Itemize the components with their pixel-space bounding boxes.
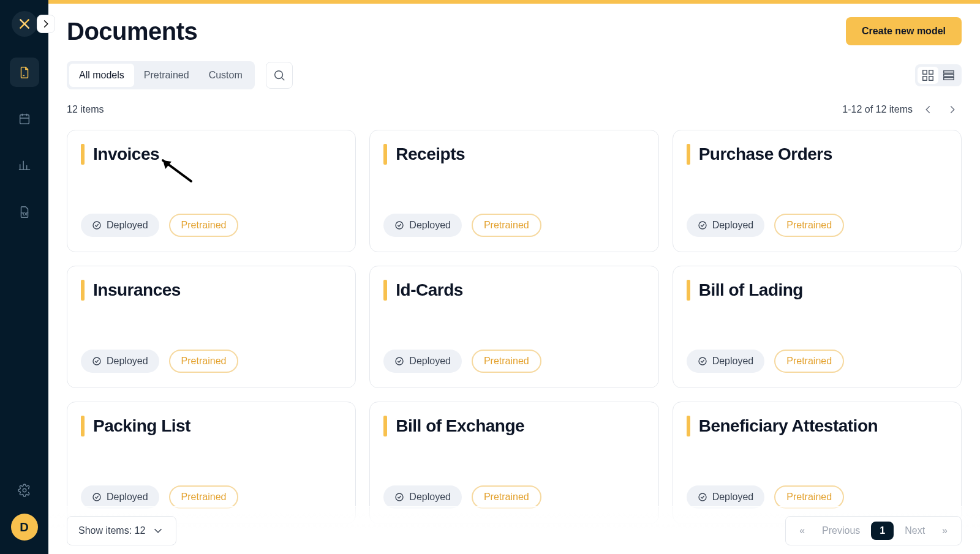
filter-tab-pretrained[interactable]: Pretrained [134, 64, 199, 87]
model-card[interactable]: Packing ListDeployedPretrained [67, 402, 356, 524]
check-circle-icon [92, 220, 102, 230]
card-title: Receipts [396, 144, 465, 164]
grid-icon [921, 69, 935, 82]
filter-tab-custom[interactable]: Custom [199, 64, 252, 87]
card-accent-bar [687, 280, 690, 301]
svg-rect-0 [20, 115, 29, 124]
badge-deployed: Deployed [687, 214, 765, 237]
page-next-button[interactable]: Next [899, 522, 931, 540]
svg-point-13 [699, 222, 706, 229]
model-card[interactable]: Bill of LadingDeployedPretrained [673, 266, 962, 388]
badge-pretrained: Pretrained [472, 485, 541, 509]
page-prev-button[interactable]: Previous [816, 522, 866, 540]
nav-settings[interactable] [10, 476, 39, 505]
filter-tabs: All models Pretrained Custom [67, 61, 255, 89]
card-header: Bill of Lading [687, 280, 948, 301]
badge-pretrained: Pretrained [169, 350, 239, 373]
svg-rect-9 [944, 74, 954, 77]
main-content: Documents Create new model All models Pr… [48, 4, 980, 554]
page-number-current[interactable]: 1 [871, 522, 894, 540]
filter-tab-all[interactable]: All models [69, 64, 134, 87]
view-list-button[interactable] [938, 67, 959, 84]
pagination: « Previous 1 Next » [785, 516, 962, 545]
svg-point-14 [93, 357, 100, 365]
app-logo[interactable] [12, 11, 37, 37]
page-last-button[interactable]: » [936, 522, 954, 540]
nav-analytics[interactable] [10, 151, 39, 180]
card-title: Bill of Lading [699, 280, 803, 300]
check-circle-icon [698, 492, 707, 502]
nav-calendar[interactable] [10, 104, 39, 133]
card-header: Receipts [383, 144, 644, 165]
model-card[interactable]: Bill of ExchangeDeployedPretrained [369, 402, 658, 524]
card-accent-bar [687, 416, 690, 436]
badge-pretrained: Pretrained [774, 485, 844, 509]
check-circle-icon [698, 220, 707, 230]
badge-deployed: Deployed [383, 350, 462, 373]
show-items-dropdown[interactable]: Show items: 12 [67, 516, 176, 545]
badge-deployed: Deployed [383, 214, 462, 237]
sidebar: PDF D [0, 0, 48, 554]
show-items-label: Show items: 12 [78, 525, 145, 536]
card-title: Invoices [93, 144, 159, 164]
search-button[interactable] [266, 62, 293, 89]
card-title: Purchase Orders [699, 144, 832, 164]
svg-rect-8 [944, 71, 954, 73]
range-next-button[interactable] [943, 100, 962, 119]
item-count: 12 items [67, 104, 104, 115]
card-header: Purchase Orders [687, 144, 948, 165]
card-header: Insurances [81, 280, 342, 301]
sidebar-nav: PDF [10, 58, 39, 226]
card-header: Invoices [81, 144, 342, 165]
svg-point-11 [93, 222, 100, 229]
badge-pretrained: Pretrained [774, 350, 844, 373]
create-model-button[interactable]: Create new model [846, 17, 962, 45]
card-header: Beneficiary Attestation [687, 416, 948, 436]
check-circle-icon [698, 356, 707, 366]
svg-point-16 [699, 357, 706, 365]
svg-text:PDF: PDF [20, 212, 28, 216]
controls-bar: All models Pretrained Custom [48, 50, 980, 89]
card-badges: DeployedPretrained [81, 485, 342, 509]
card-badges: DeployedPretrained [383, 214, 644, 237]
badge-deployed: Deployed [687, 485, 765, 509]
model-card[interactable]: Beneficiary AttestationDeployedPretraine… [673, 402, 962, 524]
view-toggle [915, 64, 962, 86]
page-first-button[interactable]: « [793, 522, 811, 540]
view-grid-button[interactable] [918, 67, 938, 84]
card-accent-bar [81, 280, 85, 301]
svg-rect-5 [929, 70, 933, 74]
card-accent-bar [81, 416, 85, 436]
card-badges: DeployedPretrained [383, 350, 644, 373]
model-card[interactable]: ReceiptsDeployedPretrained [369, 130, 658, 252]
badge-pretrained: Pretrained [774, 214, 844, 237]
nav-pdf[interactable]: PDF [10, 197, 39, 226]
svg-point-18 [396, 493, 403, 501]
expand-sidebar-button[interactable] [37, 15, 55, 33]
model-card[interactable]: Id-CardsDeployedPretrained [369, 266, 658, 388]
badge-pretrained: Pretrained [472, 350, 541, 373]
badge-deployed: Deployed [383, 485, 462, 509]
model-card[interactable]: InsurancesDeployedPretrained [67, 266, 356, 388]
badge-pretrained: Pretrained [169, 214, 239, 237]
svg-point-15 [396, 357, 403, 365]
svg-rect-6 [923, 77, 927, 80]
page-title: Documents [67, 18, 197, 45]
card-accent-bar [687, 144, 690, 165]
search-icon [273, 69, 286, 82]
range-prev-button[interactable] [919, 100, 937, 119]
model-card[interactable]: Purchase OrdersDeployedPretrained [673, 130, 962, 252]
card-badges: DeployedPretrained [81, 214, 342, 237]
page-header: Documents Create new model [48, 4, 980, 50]
card-title: Bill of Exchange [396, 416, 524, 436]
badge-deployed: Deployed [81, 350, 159, 373]
check-circle-icon [92, 492, 102, 502]
svg-point-19 [699, 493, 706, 501]
svg-rect-4 [923, 70, 927, 74]
nav-documents[interactable] [10, 58, 39, 87]
card-header: Packing List [81, 416, 342, 436]
user-avatar[interactable]: D [11, 514, 38, 541]
svg-point-12 [396, 222, 403, 229]
model-card[interactable]: InvoicesDeployedPretrained [67, 130, 356, 252]
badge-pretrained: Pretrained [472, 214, 541, 237]
